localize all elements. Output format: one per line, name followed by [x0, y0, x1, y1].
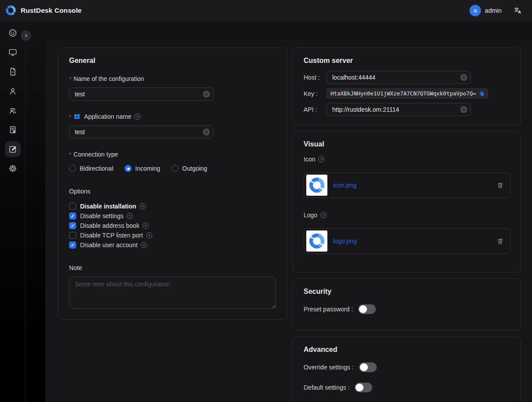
security-title: Security — [304, 288, 510, 296]
application-name-label: * Application name ? — [69, 113, 276, 120]
chevron-right-icon — [23, 33, 29, 39]
api-input[interactable] — [327, 103, 471, 116]
rustdesk-logo-icon — [5, 5, 16, 16]
audit-log-icon — [8, 125, 18, 135]
radio-outgoing[interactable]: Outgoing — [172, 165, 207, 172]
checkbox-icon — [69, 203, 76, 210]
required-asterisk: * — [69, 76, 71, 82]
content-panel: General * Name of the configuration ✕ * … — [45, 40, 532, 402]
preset-password-label: Preset password : — [304, 306, 353, 313]
sidebar-item-settings[interactable] — [5, 161, 21, 176]
rustdesk-logo-icon — [308, 177, 325, 194]
user-name: admin — [485, 7, 502, 14]
name-field-label: * Name of the configuration — [69, 75, 276, 82]
checkbox-disable-address-book[interactable]: Disable address book ? — [69, 222, 276, 229]
logo-upload-label: Logo ? — [304, 212, 510, 219]
gear-icon — [8, 164, 18, 173]
override-settings-toggle[interactable] — [359, 362, 377, 372]
radio-bidirectional[interactable]: Bidirectional — [69, 165, 113, 172]
smiley-icon — [8, 28, 18, 38]
edit-icon — [8, 144, 18, 154]
sidebar — [0, 21, 26, 402]
api-label: API : — [304, 106, 327, 113]
help-icon[interactable]: ? — [318, 156, 324, 162]
user-menu[interactable]: a admin — [470, 5, 502, 16]
clear-circle-icon[interactable]: ✕ — [203, 128, 210, 135]
checkbox-icon — [69, 212, 76, 219]
checkbox-disable-settings[interactable]: Disable settings ? — [69, 212, 276, 219]
connection-type-label: * Connection type — [69, 151, 276, 158]
host-label: Host : — [304, 74, 327, 81]
sidebar-item-documents[interactable] — [5, 64, 21, 80]
users-icon — [8, 106, 18, 115]
sidebar-item-groups[interactable] — [5, 102, 21, 118]
icon-file-row: icon.png — [304, 172, 510, 198]
host-input[interactable] — [327, 71, 471, 84]
help-icon[interactable]: ? — [143, 223, 149, 229]
options-list: Disable installation ? Disable settings … — [69, 203, 276, 249]
general-card: General * Name of the configuration ✕ * … — [58, 48, 287, 320]
override-settings-label: Override settings : — [304, 364, 354, 371]
logo-file-row: logo.png — [304, 228, 510, 254]
sidebar-item-users[interactable] — [5, 83, 21, 99]
custom-server-card: Custom server Host : ✕ Key : HtaXBkJNHyn… — [292, 48, 521, 125]
default-settings-toggle[interactable] — [355, 383, 372, 392]
radio-icon — [125, 165, 132, 172]
config-name-input[interactable] — [69, 88, 213, 101]
sidebar-collapse-button[interactable] — [21, 30, 31, 41]
advanced-card: Advanced Override settings : Default set… — [292, 336, 521, 402]
visual-card: Visual Icon ? icon.png Logo — [292, 131, 521, 273]
checkbox-disable-tcp-listen-port[interactable]: Disable TCP listen port ? — [69, 232, 276, 239]
trash-icon[interactable] — [497, 238, 504, 245]
preset-password-toggle[interactable] — [358, 304, 376, 314]
clear-circle-icon[interactable]: ✕ — [460, 106, 467, 113]
app-header: RustDesk Console a admin — [0, 0, 532, 21]
general-title: General — [69, 57, 276, 65]
clear-circle-icon[interactable]: ✕ — [460, 74, 467, 81]
icon-filename-link[interactable]: icon.png — [333, 182, 356, 189]
radio-icon — [69, 165, 76, 172]
app-title: RustDesk Console — [21, 7, 82, 15]
windows-icon — [73, 113, 81, 120]
help-icon[interactable]: ? — [146, 232, 152, 238]
checkbox-disable-user-account[interactable]: Disable user account ? — [69, 241, 276, 249]
radio-incoming[interactable]: Incoming — [125, 165, 160, 172]
required-asterisk: * — [69, 151, 71, 158]
avatar: a — [470, 5, 481, 16]
help-icon[interactable]: ? — [139, 203, 146, 209]
logo-filename-link[interactable]: logo.png — [333, 238, 357, 245]
default-settings-label: Default settings : — [304, 384, 349, 391]
translate-icon[interactable] — [513, 6, 522, 15]
workspace: General * Name of the configuration ✕ * … — [0, 21, 532, 402]
help-icon[interactable]: ? — [141, 242, 147, 248]
custom-server-title: Custom server — [304, 57, 510, 65]
clear-circle-icon[interactable]: ✕ — [203, 91, 210, 98]
security-card: Security Preset password : — [292, 278, 521, 331]
help-icon[interactable]: ? — [134, 113, 140, 120]
checkbox-icon — [69, 232, 76, 239]
sidebar-item-smiley[interactable] — [5, 25, 21, 41]
help-icon[interactable]: ? — [320, 212, 327, 218]
help-icon[interactable]: ? — [127, 213, 133, 219]
server-key-value: HtaXBkJNHyn0e1U1jWXze7A7CN7QTGWqxk0tpaVp… — [327, 88, 488, 99]
monitor-icon — [8, 48, 18, 57]
checkbox-disable-installation[interactable]: Disable installation ? — [69, 203, 276, 210]
icon-upload-label: Icon ? — [304, 156, 510, 163]
application-name-input[interactable] — [69, 125, 213, 139]
trash-icon[interactable] — [497, 182, 504, 189]
required-asterisk: * — [69, 113, 71, 120]
note-textarea[interactable] — [69, 277, 276, 309]
sidebar-item-audit[interactable] — [5, 122, 21, 138]
logo-thumbnail — [306, 230, 327, 252]
sidebar-item-devices[interactable] — [5, 44, 21, 60]
options-label: Options — [69, 188, 276, 195]
brand: RustDesk Console — [5, 5, 82, 16]
key-label: Key : — [304, 90, 327, 97]
sidebar-item-custom-clients[interactable] — [5, 141, 21, 157]
rustdesk-logo-icon — [308, 233, 325, 249]
visual-title: Visual — [304, 140, 510, 148]
copy-icon[interactable] — [479, 91, 485, 97]
user-icon — [8, 86, 18, 96]
document-icon — [8, 67, 18, 77]
connection-type-group: Bidirectional Incoming Outgoing — [69, 165, 276, 172]
